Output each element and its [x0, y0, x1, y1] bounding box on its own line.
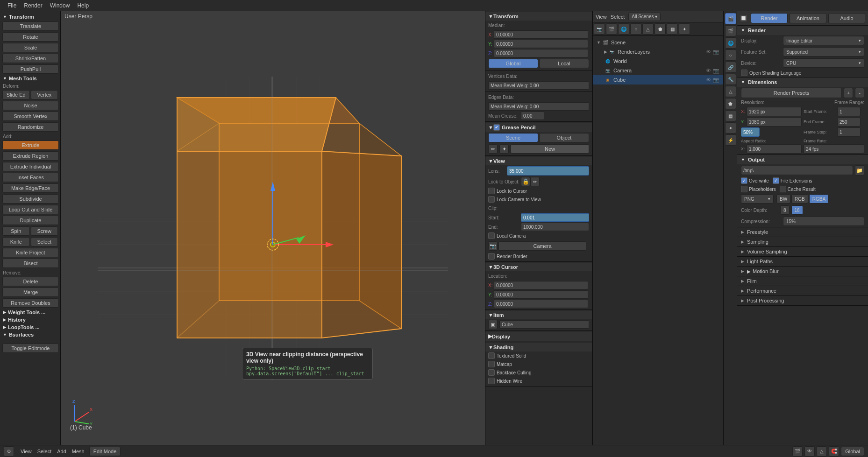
feature-prop-value[interactable]: Supported ▾ — [783, 47, 864, 56]
vertex-btn[interactable]: Vertex — [31, 90, 58, 99]
inset-btn[interactable]: Inset Faces — [2, 173, 59, 182]
dimensions-header[interactable]: ▼ Dimensions — [737, 77, 868, 87]
shrink-btn[interactable]: Shrink/Fatten — [2, 54, 59, 63]
bottom-icon-snap[interactable]: 🧲 — [829, 446, 839, 457]
item-header[interactable]: ▼ Item — [485, 311, 592, 319]
backface-checkbox[interactable] — [488, 369, 495, 376]
scale-btn[interactable]: Scale — [2, 43, 59, 52]
subdivide-btn[interactable]: Subdivide — [2, 194, 59, 204]
rgb-btn[interactable]: RGB — [791, 194, 808, 204]
scene-props-icon-btn[interactable]: 🎬 — [725, 25, 736, 36]
viewport[interactable]: User Persp — [61, 11, 485, 445]
performance-section[interactable]: ▶ Performance — [737, 286, 868, 296]
local-btn[interactable]: Local — [539, 59, 589, 68]
remove-doubles-btn[interactable]: Remove Doubles — [2, 298, 59, 308]
scene-icon-mesh-tab[interactable]: △ — [642, 23, 654, 35]
camera-eye-icon[interactable]: 👁 — [706, 68, 711, 74]
global-select[interactable]: Global — [841, 447, 864, 456]
new-btn[interactable]: New — [511, 144, 589, 154]
bottom-icon-1[interactable]: ⊙ — [4, 446, 14, 457]
translate-btn[interactable]: Translate — [2, 21, 59, 31]
item-icon-btn[interactable]: ▣ — [488, 320, 498, 329]
duplicate-btn[interactable]: Duplicate — [2, 216, 59, 225]
camera-cam-icon[interactable]: 📷 — [713, 68, 719, 74]
x-input[interactable] — [494, 30, 588, 39]
smooth-btn[interactable]: Smooth Vertex — [2, 112, 59, 121]
mesh-tools-header[interactable]: ▼ Mesh Tools — [1, 75, 59, 82]
cache-checkbox[interactable] — [780, 186, 786, 192]
cursor-x-input[interactable] — [494, 281, 588, 289]
rotate-btn[interactable]: Rotate — [2, 32, 59, 42]
extrude-region-btn[interactable]: Extrude Region — [2, 151, 59, 161]
merge-btn[interactable]: Merge — [2, 288, 59, 297]
depth-8-btn[interactable]: 8 — [780, 205, 790, 215]
light-paths-section[interactable]: ▶ Light Paths — [737, 257, 868, 267]
object-btn[interactable]: Object — [539, 133, 589, 142]
mean-bevel-e-input[interactable]: Mean Bevel Weig: 0.00 — [488, 102, 589, 111]
file-menu[interactable]: File — [4, 0, 20, 11]
extrude-btn[interactable]: Extrude — [2, 141, 59, 150]
scene-root-item[interactable]: ▼ 🎬 Scene — [593, 38, 723, 47]
extrude-individual-btn[interactable]: Extrude Individual — [2, 162, 59, 171]
lock-object-btn[interactable]: 🔒 — [521, 177, 530, 186]
open-shading-checkbox[interactable] — [741, 70, 747, 76]
cube-eye-icon[interactable]: 👁 — [706, 77, 711, 83]
z-input[interactable] — [494, 49, 588, 57]
animation-tab[interactable]: Animation — [790, 13, 826, 23]
scene-icon-mat-tab[interactable]: ⬟ — [655, 23, 666, 35]
audio-tab[interactable]: Audio — [828, 13, 865, 23]
volume-sampling-section[interactable]: ▶ Volume Sampling — [737, 247, 868, 257]
scene-icon-world-tab[interactable]: 🌐 — [618, 23, 629, 35]
render-icon-btn[interactable]: 🎬 — [725, 13, 736, 24]
render-menu[interactable]: Render — [20, 0, 46, 11]
aspect-x-input[interactable]: 1.000 — [747, 144, 802, 154]
slide-edge-btn[interactable]: Slide Ed — [2, 90, 30, 99]
presets-del-btn[interactable]: - — [855, 88, 864, 98]
add-menu-bottom[interactable]: Add — [54, 449, 69, 454]
knife-btn[interactable]: Knife — [2, 237, 30, 246]
frame-step-input[interactable]: 1 — [837, 127, 861, 137]
output-path-input[interactable] — [741, 166, 853, 175]
bottom-icon-view[interactable]: 👁 — [804, 446, 815, 457]
tex-icon-btn[interactable]: ▦ — [725, 110, 736, 121]
overwrite-checkbox[interactable] — [741, 177, 747, 184]
phys-icon-btn[interactable]: ⚡ — [725, 134, 736, 146]
lens-input[interactable]: 35.000 — [507, 166, 589, 176]
res-y-input[interactable]: 1080 px — [747, 117, 802, 127]
toggle-editmode-btn[interactable]: Toggle Editmode — [2, 344, 59, 353]
mean-bevel-v-input[interactable]: Mean Bevel Weig: 0.00 — [488, 81, 589, 90]
randomize-btn[interactable]: Randomize — [2, 122, 59, 132]
make-edge-btn[interactable]: Make Edge/Face — [2, 183, 59, 193]
mesh-menu-bottom[interactable]: Mesh — [69, 449, 87, 454]
display-prop-value[interactable]: Image Editor ▾ — [783, 36, 864, 45]
lock-cursor-checkbox[interactable] — [488, 188, 495, 194]
pushpull-btn[interactable]: PushPull — [2, 64, 59, 74]
transform-section-header[interactable]: ▼ Transform — [1, 13, 59, 21]
scene-icon-object-tab[interactable]: ○ — [630, 23, 641, 35]
delete-btn[interactable]: Delete — [2, 277, 59, 286]
cursor-3d-header[interactable]: ▼ 3D Cursor — [485, 263, 592, 271]
lock-object-edit-btn[interactable]: ✏ — [530, 177, 540, 186]
select-menu-bottom[interactable]: Select — [35, 449, 55, 454]
scene-icon-particle-tab[interactable]: ✦ — [679, 23, 690, 35]
camera-name-btn[interactable]: Camera — [498, 241, 586, 251]
tree-world-item[interactable]: 🌐 World — [593, 56, 723, 66]
depth-16-btn[interactable]: 16 — [791, 205, 803, 215]
select-btn[interactable]: Select — [31, 237, 58, 246]
view-menu-bottom[interactable]: View — [18, 449, 35, 454]
weight-tools-header[interactable]: ▶ Weight Tools ... — [1, 309, 59, 316]
y-input[interactable] — [494, 40, 588, 48]
cursor-z-input[interactable] — [494, 300, 588, 308]
scene-select-btn[interactable]: Select — [611, 14, 625, 20]
freestyle-section[interactable]: ▶ Freestyle — [737, 227, 868, 237]
pct-btn[interactable]: 50% — [741, 127, 760, 137]
sampling-section[interactable]: ▶ Sampling — [737, 237, 868, 247]
start-frame-input[interactable]: 1 — [837, 107, 861, 116]
part-icon-btn[interactable]: ✦ — [725, 122, 736, 134]
world-props-icon-btn[interactable]: 🌐 — [725, 37, 736, 49]
render-presets-btn[interactable]: Render Presets — [741, 88, 842, 98]
res-x-input[interactable]: 1920 px — [747, 107, 802, 116]
output-browse-btn[interactable]: 📁 — [855, 165, 864, 176]
loop-tools-header[interactable]: ▶ LoopTools ... — [1, 323, 59, 331]
mod-icon-btn[interactable]: 🔧 — [725, 74, 736, 85]
